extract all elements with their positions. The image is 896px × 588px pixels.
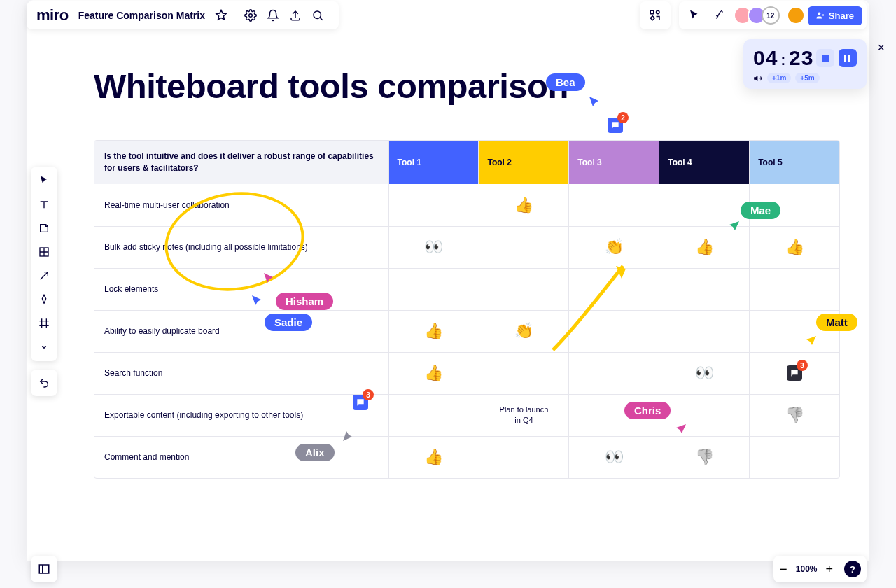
- comment-icon[interactable]: 3: [787, 365, 802, 381]
- more-tools[interactable]: [33, 337, 55, 357]
- table-cell[interactable]: [659, 311, 749, 352]
- avatar-overflow-count[interactable]: 12: [762, 6, 780, 24]
- pen-tool[interactable]: [33, 290, 55, 309]
- cursor-pointer-icon: [262, 272, 276, 286]
- cursor-track-icon[interactable]: [683, 4, 706, 27]
- table-col-header: Tool 5: [749, 141, 839, 184]
- table-cell[interactable]: 👀: [568, 437, 659, 478]
- table-cell[interactable]: [388, 395, 479, 436]
- help-button[interactable]: ?: [844, 561, 861, 578]
- canvas-area[interactable]: Whiteboard tools comparison Bea 2 Is the…: [70, 42, 867, 543]
- comment-icon[interactable]: 3: [353, 395, 368, 410]
- row-label: Ability to easily duplicate board: [94, 311, 388, 352]
- table-cell[interactable]: [749, 437, 839, 478]
- table-cell[interactable]: [659, 269, 749, 310]
- thumbs-up-icon: 👍: [424, 364, 443, 382]
- table-cell[interactable]: [568, 353, 659, 394]
- zoom-out-button[interactable]: −: [779, 561, 788, 578]
- table-cell[interactable]: [388, 184, 479, 226]
- table-question-header: Is the tool intuitive and does it delive…: [94, 141, 388, 184]
- select-tool[interactable]: [33, 171, 55, 190]
- zoom-level[interactable]: 100%: [796, 564, 818, 574]
- table-cell[interactable]: 👀: [388, 227, 479, 268]
- sticky-note-tool[interactable]: [33, 218, 55, 238]
- frame-tool[interactable]: [33, 314, 55, 333]
- apps-icon[interactable]: [644, 4, 666, 27]
- table-cell[interactable]: 👍: [388, 437, 479, 478]
- settings-icon[interactable]: [239, 4, 262, 27]
- table-cell[interactable]: [568, 184, 659, 226]
- board-title[interactable]: Feature Comparison Matrix: [78, 10, 205, 21]
- cursor-tag-bea: Bea: [546, 74, 585, 91]
- undo-button[interactable]: [31, 370, 57, 396]
- shapes-tool[interactable]: [33, 242, 55, 262]
- cursor-tag-alix: Alix: [295, 444, 335, 461]
- svg-rect-2: [650, 10, 654, 14]
- svg-point-1: [314, 11, 321, 19]
- bell-icon[interactable]: [262, 4, 284, 27]
- cursor-pointer-icon: [342, 428, 356, 442]
- zoom-in-button[interactable]: +: [825, 562, 833, 577]
- thumbs-up-icon: 👍: [424, 322, 443, 340]
- eyes-icon: 👀: [605, 448, 624, 466]
- table-cell[interactable]: 👍: [749, 227, 839, 268]
- table-cell[interactable]: 👀: [659, 353, 749, 394]
- thumbs-up-icon: 👍: [514, 196, 533, 214]
- table-cell[interactable]: [479, 437, 569, 478]
- table-header-row: Is the tool intuitive and does it delive…: [94, 141, 839, 184]
- panels-toggle[interactable]: [31, 556, 57, 582]
- table-row: Exportable content (including exporting …: [94, 394, 839, 436]
- text-tool[interactable]: [33, 195, 55, 214]
- table-cell[interactable]: 👍: [388, 311, 479, 352]
- table-row: Ability to easily duplicate board👍👏: [94, 310, 839, 352]
- left-toolbar: [31, 167, 57, 361]
- share-button-label: Share: [829, 10, 854, 21]
- star-icon[interactable]: [210, 4, 232, 27]
- eyes-icon: 👀: [695, 364, 714, 382]
- share-button[interactable]: Share: [808, 6, 862, 25]
- cursor-pointer-icon: [588, 95, 602, 109]
- svg-point-3: [656, 10, 659, 14]
- table-cell[interactable]: 👎: [749, 395, 839, 436]
- reactions-icon[interactable]: [708, 4, 731, 27]
- arrow-tool[interactable]: [33, 266, 55, 286]
- table-row: Search function👍👀3: [94, 352, 839, 394]
- close-icon[interactable]: ×: [877, 41, 885, 55]
- table-col-header: Tool 4: [659, 141, 749, 184]
- page-title: Whiteboard tools comparison: [94, 66, 568, 106]
- thumbs-down-icon: 👎: [695, 448, 714, 466]
- search-icon[interactable]: [307, 4, 329, 27]
- scribble-arrow: [546, 252, 644, 357]
- top-left-toolbar: miro Feature Comparison Matrix: [27, 1, 339, 29]
- clap-icon: 👏: [514, 322, 533, 340]
- miro-logo[interactable]: miro: [36, 6, 69, 24]
- table-cell[interactable]: 👍: [388, 353, 479, 394]
- table-cell[interactable]: 👎: [659, 437, 749, 478]
- thumbs-down-icon: 👎: [785, 406, 804, 424]
- cursor-tag-chris: Chris: [624, 402, 671, 419]
- row-label: Comment and mention: [94, 437, 388, 478]
- cursor-tag-matt: Matt: [816, 314, 858, 331]
- comment-icon[interactable]: 2: [608, 118, 623, 133]
- cursor-tag-mae: Mae: [741, 202, 780, 219]
- svg-point-0: [249, 14, 253, 18]
- svg-point-4: [818, 13, 820, 15]
- current-user-avatar[interactable]: [787, 6, 805, 24]
- table-cell[interactable]: [479, 353, 569, 394]
- export-icon[interactable]: [284, 4, 307, 27]
- cursor-pointer-icon: [251, 294, 265, 308]
- presence-group: 12 Share: [679, 1, 867, 29]
- table-cell[interactable]: [388, 269, 479, 310]
- thumbs-up-icon: 👍: [785, 238, 804, 256]
- table-cell[interactable]: [749, 269, 839, 310]
- collaborator-avatars[interactable]: 12: [734, 6, 780, 24]
- table-cell[interactable]: 3: [749, 353, 839, 394]
- table-cell[interactable]: [659, 395, 749, 436]
- comment-badge: 3: [363, 389, 374, 400]
- zoom-controls: − 100% + ?: [774, 556, 867, 582]
- cursor-pointer-icon: [673, 423, 687, 437]
- table-cell[interactable]: Plan to launch in Q4: [479, 395, 569, 436]
- table-cell[interactable]: 👍: [479, 184, 569, 226]
- table-row: Comment and mention👍👀👎: [94, 436, 839, 478]
- svg-rect-9: [39, 565, 49, 573]
